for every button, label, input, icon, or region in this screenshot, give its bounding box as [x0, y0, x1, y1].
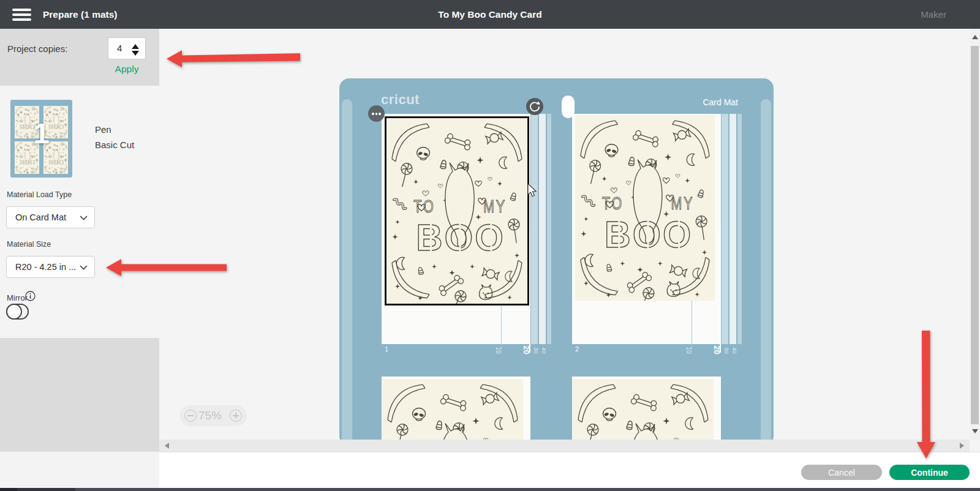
info-icon[interactable]	[25, 291, 36, 301]
zoom-out-icon[interactable]	[184, 410, 197, 422]
scroll-left-icon[interactable]	[165, 443, 169, 449]
mouse-cursor	[526, 183, 538, 198]
rotate-icon	[526, 98, 543, 115]
scroll-down-icon[interactable]	[972, 429, 978, 433]
material-load-type-value: On Card Mat	[15, 212, 66, 222]
slot-strip	[729, 114, 736, 344]
material-size-dropdown[interactable]: R20 - 4.25 in ...	[6, 256, 95, 278]
ruler-label: 20	[712, 345, 722, 354]
project-copies-panel: Project copies: 4 Apply	[0, 29, 159, 86]
card-mat[interactable]: cricut Card Mat 1 10 20 30 40	[339, 78, 774, 440]
copies-value: 4	[117, 43, 122, 53]
slot-strip	[531, 114, 538, 344]
ruler-label: 20	[522, 345, 531, 354]
card-preview[interactable]	[573, 379, 714, 440]
more-options-button[interactable]	[368, 105, 385, 122]
continue-button[interactable]: Continue	[889, 465, 970, 480]
card-preview-selected[interactable]	[385, 116, 529, 305]
sidebar-empty-panel	[0, 338, 159, 452]
app-window: To My Boo Candy Card Prepare (1 mats) Ma…	[0, 0, 980, 491]
card-preview[interactable]	[575, 115, 715, 301]
material-size-label: Material Size	[7, 240, 51, 249]
rotate-button[interactable]	[526, 98, 543, 115]
mat-type-label: Card Mat	[703, 97, 738, 107]
sidebar: Project copies: 4 Apply 1 Pen Basic Cut …	[0, 29, 159, 488]
mat-number: 1	[10, 117, 72, 150]
scroll-right-icon[interactable]	[960, 443, 964, 449]
chevron-down-icon	[80, 265, 88, 270]
slot-strip	[539, 114, 546, 344]
mat-rail-left	[342, 99, 352, 440]
page-title: To My Boo Candy Card	[0, 0, 980, 29]
zoom-in-icon[interactable]	[230, 410, 242, 422]
linetype-basic-cut-label: Basic Cut	[95, 140, 134, 150]
cancel-button[interactable]: Cancel	[801, 465, 882, 480]
slot-number: 2	[575, 345, 579, 353]
slot-number: 1	[385, 345, 388, 353]
mat-canvas: cricut Card Mat 1 10 20 30 40	[159, 29, 970, 440]
cricut-logo: cricut	[381, 92, 420, 108]
top-bar: To My Boo Candy Card Prepare (1 mats) Ma…	[0, 0, 980, 29]
ruler-label: 10	[685, 347, 693, 354]
ruler-line-20	[529, 225, 530, 353]
horizontal-scrollbar[interactable]	[159, 440, 970, 452]
ruler-label: 10	[495, 347, 502, 354]
slot-strip	[722, 114, 728, 344]
prepare-step-label: Prepare (1 mats)	[43, 0, 117, 29]
mirror-toggle[interactable]	[6, 304, 29, 320]
project-copies-label: Project copies:	[7, 43, 67, 54]
ruler-line-20	[720, 225, 721, 353]
material-size-value: R20 - 4.25 in ...	[15, 262, 76, 272]
copies-stepper[interactable]: 4	[108, 37, 146, 59]
mat-thumbnail[interactable]: 1	[10, 100, 72, 178]
vertical-scrollbar[interactable]	[970, 29, 980, 440]
material-load-type-dropdown[interactable]: On Card Mat	[6, 206, 95, 228]
slot-strip	[547, 114, 551, 344]
window-bottom-edge	[0, 488, 980, 491]
toggle-knob	[6, 304, 22, 320]
stepper-up-icon[interactable]	[132, 44, 139, 49]
mirror-row: Mirror	[7, 292, 28, 303]
chevron-down-icon	[80, 216, 88, 220]
machine-name[interactable]: Maker	[921, 0, 946, 29]
card-preview[interactable]	[382, 379, 523, 440]
ruler-label: 30	[723, 347, 730, 354]
hamburger-menu-icon[interactable]	[12, 9, 31, 21]
zoom-control: 75%	[179, 405, 247, 426]
linetype-pen-label: Pen	[95, 124, 111, 135]
zoom-level: 75%	[198, 409, 222, 422]
ruler-label: 30	[533, 347, 540, 354]
sidebar-bottom-panel	[0, 452, 159, 488]
scrollbar-thumb[interactable]	[971, 46, 979, 424]
footer-bar: Cancel Continue	[159, 452, 980, 488]
ruler-label: 40	[731, 347, 738, 354]
slot-strip	[737, 114, 742, 344]
mat-rail-right	[761, 99, 771, 440]
scroll-up-icon[interactable]	[972, 35, 978, 39]
mirror-label: Mirror	[7, 293, 28, 302]
ruler-label: 40	[541, 347, 548, 354]
stepper-down-icon[interactable]	[132, 51, 139, 56]
material-load-type-label: Material Load Type	[7, 190, 72, 199]
apply-button[interactable]: Apply	[108, 64, 146, 75]
